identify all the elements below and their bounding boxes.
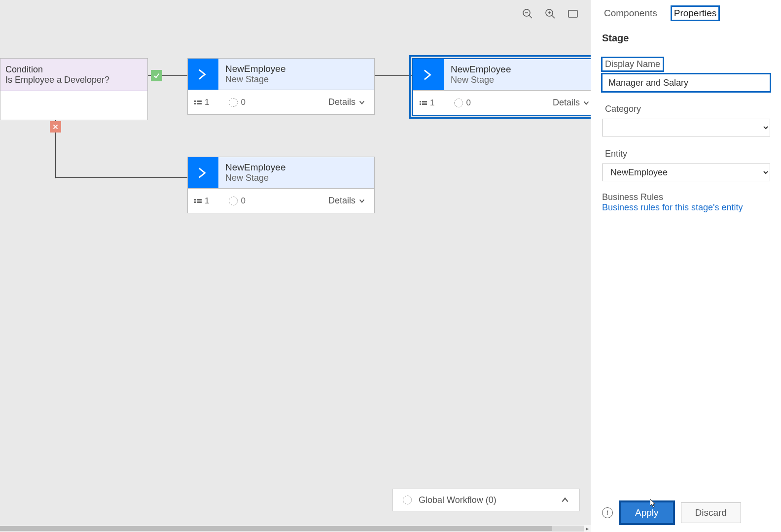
stage-node-selected[interactable]: NewEmployee New Stage 1 0 Details (412, 58, 591, 116)
condition-node[interactable]: Condition Is Employee a Developer? (0, 58, 148, 120)
triggers-count: 0 (466, 98, 470, 108)
info-icon[interactable]: i (602, 507, 613, 518)
stage-entity: NewEmployee (225, 64, 286, 74)
properties-panel: Components Properties Stage Display Name… (591, 0, 781, 532)
details-toggle[interactable]: Details (553, 98, 590, 108)
stage-name: New Stage (225, 74, 286, 85)
horizontal-scrollbar[interactable]: ▸ (0, 525, 591, 532)
entity-label: Entity (602, 147, 630, 161)
stage-icon (413, 59, 444, 90)
false-branch-icon (50, 121, 61, 133)
designer-canvas[interactable]: Condition Is Employee a Developer? NewEm… (0, 0, 591, 532)
cursor-icon (650, 499, 657, 508)
stage-entity: NewEmployee (451, 64, 511, 75)
stage-name: New Stage (225, 173, 286, 183)
svg-marker-10 (650, 499, 655, 507)
connector-false-h (55, 177, 187, 178)
entity-select[interactable]: NewEmployee (602, 164, 770, 181)
business-rules-label: Business Rules (602, 192, 770, 202)
stage-icon (188, 157, 218, 188)
tab-components[interactable]: Components (602, 7, 659, 20)
global-workflow-bar[interactable]: Global Workflow (0) (392, 489, 580, 511)
chevron-up-icon (561, 496, 569, 504)
stage-node[interactable]: NewEmployee New Stage 1 0 Details (187, 157, 375, 213)
scroll-right-arrow[interactable]: ▸ (584, 525, 591, 532)
details-toggle[interactable]: Details (328, 196, 365, 206)
true-branch-icon (151, 70, 162, 81)
display-name-label: Display Name (602, 58, 663, 71)
triggers-count: 0 (241, 98, 245, 107)
connector-seq (374, 75, 412, 76)
stage-node[interactable]: NewEmployee New Stage 1 0 Details (187, 58, 375, 115)
global-workflow-label: Global Workflow (0) (419, 495, 497, 505)
stage-icon (188, 59, 218, 90)
tab-properties[interactable]: Properties (672, 7, 719, 20)
steps-icon (197, 199, 202, 203)
triggers-icon (229, 197, 238, 205)
workflow-icon (403, 496, 412, 504)
condition-type-label: Condition (5, 65, 140, 75)
condition-name: Is Employee a Developer? (5, 75, 140, 85)
category-select[interactable] (602, 119, 770, 136)
steps-count: 1 (205, 196, 209, 206)
apply-button[interactable]: Apply (621, 502, 673, 523)
business-rules-link[interactable]: Business rules for this stage's entity (602, 202, 743, 212)
stage-name: New Stage (451, 75, 511, 85)
chevron-down-icon (358, 99, 365, 106)
triggers-icon (454, 99, 463, 107)
steps-icon (197, 100, 202, 104)
triggers-icon (229, 98, 238, 107)
chevron-down-icon (358, 198, 365, 204)
steps-count: 1 (430, 98, 434, 108)
triggers-count: 0 (241, 196, 245, 206)
display-name-input[interactable] (602, 74, 770, 92)
category-label: Category (602, 102, 644, 116)
stage-entity: NewEmployee (225, 162, 286, 173)
discard-button[interactable]: Discard (681, 502, 741, 523)
steps-count: 1 (205, 98, 209, 107)
steps-icon (422, 101, 427, 105)
canvas-content: Condition Is Employee a Developer? NewEm… (0, 0, 591, 532)
details-toggle[interactable]: Details (328, 97, 365, 107)
panel-title: Stage (602, 33, 770, 44)
chevron-down-icon (583, 100, 590, 106)
